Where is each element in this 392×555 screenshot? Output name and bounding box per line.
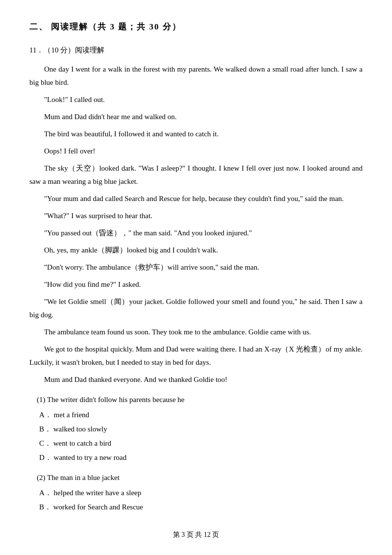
passage-paragraph: "How did you find me?" I asked. [29,278,363,291]
passage-paragraph: "Look!" I called out. [29,93,363,106]
passage-paragraph: Oh, yes, my ankle（脚踝）looked big and I co… [29,244,363,257]
sub-question: (1) The writer didn't follow his parents… [29,393,363,406]
option-item: A． helped the writer have a sleep [39,486,363,500]
section-title: 二、 阅读理解（共 3 题；共 30 分） [29,20,363,35]
passage-paragraph: The bird was beautiful, I followed it an… [29,127,363,141]
passage-paragraph: "We let Goldie smell（闻）your jacket. Gold… [29,295,363,322]
passage-paragraph: The sky（天空）looked dark. "Was I asleep?" … [29,162,363,188]
passage-paragraph: "What?" I was surprised to hear that. [29,209,363,223]
option-item: C． went to catch a bird [39,437,363,450]
question-header: 11．（10 分）阅读理解 [29,44,363,57]
passage-paragraph: One day I went for a walk in the forest … [29,63,363,89]
option-item: B． walked too slowly [39,423,363,436]
passage-paragraph: Oops! I fell over! [29,145,363,158]
passage-paragraph: Mum and Dad thanked everyone. And we tha… [29,373,363,386]
page-footer: 第 3 页 共 12 页 [29,529,363,541]
option-item: B． worked for Search and Rescue [39,501,363,514]
passage-paragraph: "You passed out（昏迷），" the man said. "And… [29,227,363,240]
passage-paragraph: The ambulance team found us soon. They t… [29,326,363,339]
passage-paragraph: "Your mum and dad called Search and Resc… [29,192,363,205]
passage-paragraph: "Don't worry. The ambulance（救护车）will arr… [29,261,363,274]
passage-paragraph: Mum and Dad didn't hear me and walked on… [29,110,363,124]
option-item: A． met a friend [39,408,363,422]
sub-question: (2) The man in a blue jacket [29,471,363,484]
passage-paragraph: We got to the hospital quickly. Mum and … [29,343,363,369]
option-item: D． wanted to try a new road [39,451,363,464]
